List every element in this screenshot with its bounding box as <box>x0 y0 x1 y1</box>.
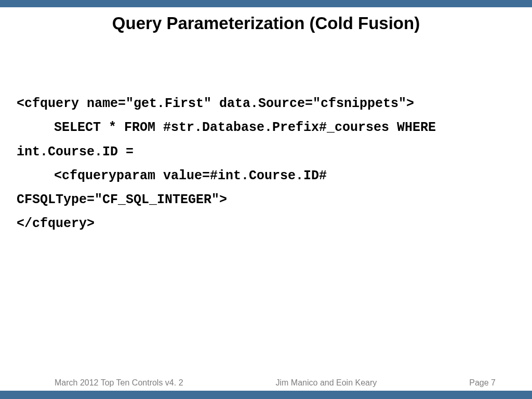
slide-title: Query Parameterization (Cold Fusion) <box>0 14 532 33</box>
footer-center: Jim Manico and Eoin Keary <box>276 378 377 388</box>
top-accent-bar <box>0 0 532 7</box>
code-line: SELECT * FROM #str.Database.Prefix#_cour… <box>17 116 522 140</box>
code-line: <cfquery name="get.First" data.Source="c… <box>17 92 522 116</box>
bottom-accent-bar <box>0 391 532 399</box>
code-line: </cfquery> <box>17 212 522 236</box>
footer-right: Page 7 <box>469 378 496 388</box>
code-block: <cfquery name="get.First" data.Source="c… <box>17 92 522 236</box>
slide-footer: March 2012 Top Ten Controls v4. 2 Jim Ma… <box>0 378 532 388</box>
slide: Query Parameterization (Cold Fusion) <cf… <box>0 0 532 399</box>
code-line: <cfqueryparam value=#int.Course.ID# <box>17 164 522 188</box>
footer-left: March 2012 Top Ten Controls v4. 2 <box>55 378 183 388</box>
code-line: int.Course.ID = <box>17 140 522 164</box>
code-line: CFSQLType="CF_SQL_INTEGER"> <box>17 188 522 212</box>
